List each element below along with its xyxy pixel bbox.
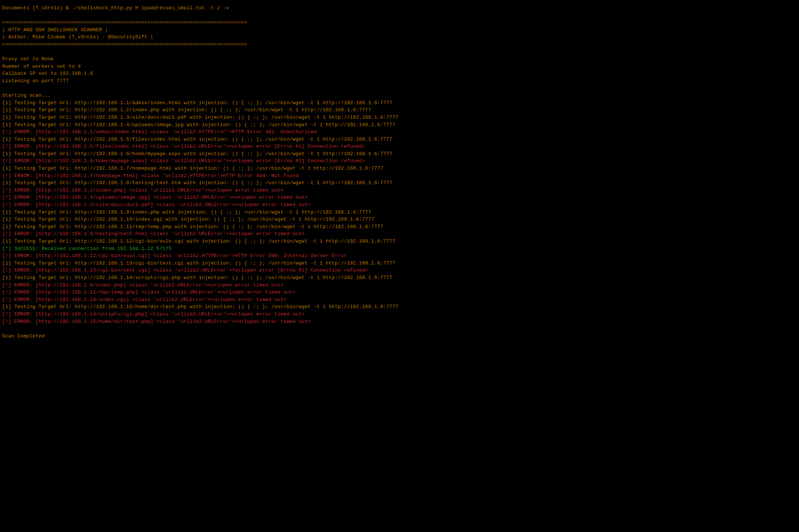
log-info-line: [i] Testing Target Url: http://192.168.1… <box>2 121 797 129</box>
log-success-line: [*] SUCCESS: Received connection from 19… <box>2 245 797 253</box>
terminal-output: Documents {T_v3rn1x} $ ./shellshock_http… <box>0 0 799 344</box>
log-info-line: [i] Testing Target Url: http://192.168.1… <box>2 99 797 107</box>
scan-completed: Scan Completed <box>2 333 797 340</box>
blank-line <box>2 325 797 333</box>
banner-hr: ========================================… <box>2 41 797 48</box>
shell-prompt: Documents {T_v3rn1x} $ ./shellshock_http… <box>2 4 797 12</box>
banner-hr: ========================================… <box>2 19 797 26</box>
log-error-line: [!] ERROR: [http://192.168.1.14/scripts/… <box>2 311 797 318</box>
banner-author: | Author: Mike Czumak (T_v3rn1x) - @Secu… <box>2 33 797 41</box>
config-proxy: Proxy set to None <box>2 55 797 63</box>
log-info-line: [i] Testing Target Url: http://192.168.1… <box>2 136 797 143</box>
log-error-line: [!] ERROR: [http://192.168.1.1/admin/ind… <box>2 128 797 136</box>
log-error-line: [!] ERROR: [http://192.168.1.12/cgi-bin/… <box>2 252 797 260</box>
log-info-line: [i] Testing Target Url: http://192.168.1… <box>2 179 797 187</box>
log-error-line: [!] ERROR: [http://192.168.1.8/testing/t… <box>2 230 797 238</box>
blank-line <box>2 85 797 92</box>
config-callback: Callback IP set to 192.168.1.6 <box>2 70 797 77</box>
scan-lines: [i] Testing Target Url: http://192.168.1… <box>2 99 797 325</box>
log-error-line: [!] ERROR: [http://192.168.1.11/tmp/temp… <box>2 289 797 296</box>
log-info-line: [i] Testing Target Url: http://192.168.1… <box>2 223 797 231</box>
log-info-line: [i] Testing Target Url: http://192.168.1… <box>2 209 797 216</box>
log-error-line: [!] ERROR: [http://192.168.1.7/homepage.… <box>2 172 797 180</box>
log-info-line: [i] Testing Target Url: http://192.168.1… <box>2 216 797 223</box>
log-error-line: [!] ERROR: [http://192.168.1.13/cgi-bin/… <box>2 267 797 274</box>
scan-start: Starting scan... <box>2 92 797 99</box>
blank-line <box>2 12 797 19</box>
log-error-line: [!] ERROR: [http://192.168.1.10/index.cg… <box>2 296 797 304</box>
log-info-line: [i] Testing Target Url: http://192.168.1… <box>2 165 797 172</box>
log-info-line: [i] Testing Target Url: http://192.168.1… <box>2 114 797 121</box>
log-info-line: [i] Testing Target Url: http://192.168.1… <box>2 303 797 311</box>
log-error-line: [!] ERROR: [http://192.168.1.15/home/dir… <box>2 318 797 326</box>
log-info-line: [i] Testing Target Url: http://192.168.1… <box>2 150 797 158</box>
log-error-line: [!] ERROR: [http://192.168.1.9/index.php… <box>2 282 797 289</box>
log-error-line: [!] ERROR: [http://192.168.1.6/home/mypa… <box>2 157 797 165</box>
log-error-line: [!] ERROR: [http://192.168.1.3/site/docs… <box>2 201 797 209</box>
banner-title: | HTTP AND SSH SHELLSHOCK SCANNER | <box>2 26 797 34</box>
log-error-line: [!] ERROR: [http://192.168.1.2/index.php… <box>2 187 797 194</box>
config-listen: Listening on port 7777 <box>2 77 797 85</box>
log-info-line: [i] Testing Target Url: http://192.168.1… <box>2 274 797 282</box>
log-info-line: [i] Testing Target Url: http://192.168.1… <box>2 106 797 114</box>
log-info-line: [i] Testing Target Url: http://192.168.1… <box>2 238 797 245</box>
log-info-line: [i] Testing Target Url: http://192.168.1… <box>2 260 797 267</box>
config-workers: Number of workers set to 4 <box>2 63 797 70</box>
blank-line <box>2 48 797 56</box>
log-error-line: [!] ERROR: [http://192.168.1.5/files/ind… <box>2 143 797 150</box>
log-error-line: [!] ERROR: [http://192.168.1.4/uploads/i… <box>2 194 797 201</box>
